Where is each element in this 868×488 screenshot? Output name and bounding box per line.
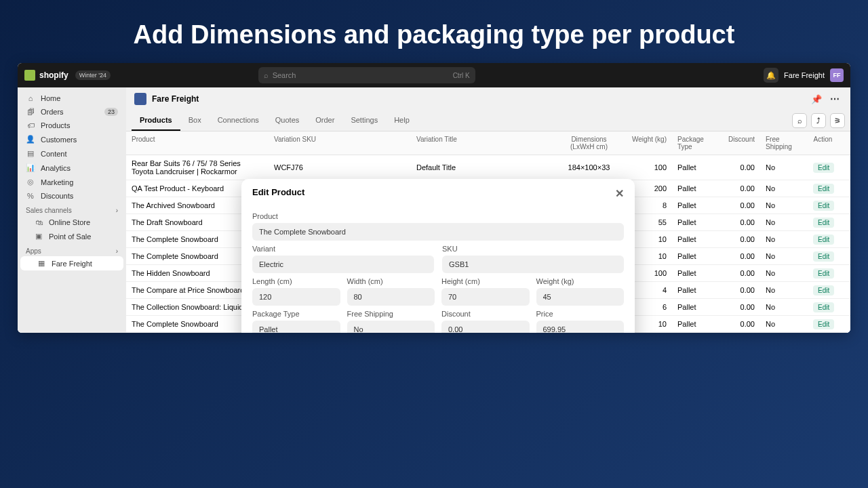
edit-button[interactable]: Edit (813, 302, 834, 312)
edit-button[interactable]: Edit (813, 218, 834, 228)
topbar: shopify Winter '24 ⌕ Search Ctrl K 🔔 Far… (18, 63, 850, 87)
nav-icon: 🗐 (26, 108, 35, 116)
chevron-right-icon[interactable]: › (116, 207, 118, 214)
column-header[interactable]: Variation Title (411, 131, 553, 155)
chevron-right-icon[interactable]: › (116, 247, 118, 255)
tab-products[interactable]: Products (132, 110, 180, 131)
app-fare-freight[interactable]: ▦Fare Freight (20, 256, 123, 270)
sidebar-item-customers[interactable]: 👤Customers (18, 132, 126, 146)
upload-button[interactable]: ⤴ (811, 113, 826, 128)
cell-package-type: Pallet (672, 248, 719, 264)
column-header[interactable]: Discount (719, 131, 760, 155)
cell-discount: 0.00 (719, 197, 760, 214)
apps-header: Apps› (18, 243, 126, 256)
nav-label: Point of Sale (49, 232, 91, 241)
column-header[interactable]: Product (126, 131, 269, 155)
tab-settings[interactable]: Settings (342, 110, 386, 131)
avatar[interactable]: FF (830, 68, 844, 82)
sku-label: SKU (442, 245, 624, 253)
nav-label: Orders (41, 108, 64, 116)
edit-button[interactable]: Edit (813, 163, 834, 173)
sidebar-item-home[interactable]: ⌂Home (18, 92, 126, 105)
cell-package-type: Pallet (672, 180, 719, 197)
weight-input[interactable] (536, 288, 625, 306)
store-name[interactable]: Fare Freight (784, 71, 825, 79)
cell-package-type: Pallet (672, 231, 719, 247)
cell-free-shipping: No (760, 180, 808, 197)
filter-button[interactable]: ⚞ (830, 113, 845, 128)
tab-box[interactable]: Box (180, 110, 210, 131)
nav-label: Discounts (41, 192, 73, 200)
sidebar-item-orders[interactable]: 🗐Orders23 (18, 105, 126, 119)
search-icon: ⌕ (264, 71, 269, 79)
column-header[interactable]: Weight (kg) (625, 131, 672, 155)
variant-label: Variant (252, 245, 434, 253)
pin-icon[interactable]: 📌 (811, 94, 822, 104)
tab-order[interactable]: Order (307, 110, 342, 131)
package-type-select[interactable] (252, 321, 340, 333)
column-header[interactable]: Free Shipping (760, 131, 808, 155)
free-shipping-select[interactable] (347, 321, 435, 333)
column-header[interactable]: Dimensions (LxWxH cm) (553, 131, 625, 155)
discount-label: Discount (441, 310, 530, 318)
app-header: Fare Freight 📌 ⋯ (126, 87, 850, 110)
headline: Add Dimensions and packaging type per pr… (0, 0, 868, 63)
discount-input[interactable] (441, 321, 530, 333)
cell-package-type: Pallet (672, 265, 719, 281)
tab-quotes[interactable]: Quotes (267, 110, 307, 131)
nav-icon: ▤ (26, 149, 35, 158)
nav-label: Home (41, 94, 60, 102)
tab-help[interactable]: Help (386, 110, 418, 131)
product-label: Product (252, 212, 624, 220)
sidebar-item-analytics[interactable]: 📊Analytics (18, 161, 126, 175)
search-input[interactable]: ⌕ Search Ctrl K (258, 67, 475, 83)
edit-button[interactable]: Edit (813, 268, 834, 279)
edit-button[interactable]: Edit (813, 235, 834, 245)
cell-free-shipping: No (760, 299, 808, 315)
table-row: Rear Bar Suits 76 / 75/ 78 Series Toyota… (126, 155, 850, 180)
edit-button[interactable]: Edit (813, 184, 834, 194)
more-icon[interactable]: ⋯ (827, 94, 842, 104)
nav-icon: ▦ (37, 259, 46, 268)
width-input[interactable] (347, 288, 435, 306)
sidebar: ⌂Home🗐Orders23🏷Products👤Customers▤Conten… (18, 87, 126, 333)
nav-label: Fare Freight (52, 260, 92, 268)
cell-free-shipping: No (760, 231, 808, 247)
sidebar-item-marketing[interactable]: ◎Marketing (18, 175, 126, 189)
length-input[interactable] (252, 288, 340, 306)
search-filter-button[interactable]: ⌕ (792, 113, 807, 128)
cell-variation-title: Default Title (411, 159, 553, 176)
bell-icon: 🔔 (766, 71, 776, 80)
channel-point-of-sale[interactable]: ▣Point of Sale (18, 229, 126, 243)
search-shortcut: Ctrl K (453, 72, 470, 79)
channel-online-store[interactable]: 🛍Online Store (18, 216, 126, 229)
edit-button[interactable]: Edit (813, 201, 834, 211)
cell-discount: 0.00 (719, 265, 760, 281)
column-header[interactable]: Package Type (672, 131, 719, 155)
cell-package-type: Pallet (672, 316, 719, 332)
height-input[interactable] (441, 288, 530, 306)
tab-connections[interactable]: Connections (210, 110, 267, 131)
sidebar-item-discounts[interactable]: %Discounts (18, 189, 126, 203)
column-header[interactable]: Action (808, 131, 838, 155)
edit-button[interactable]: Edit (813, 285, 834, 296)
price-input[interactable] (536, 321, 625, 333)
cell-package-type: Pallet (672, 282, 719, 298)
notifications-button[interactable]: 🔔 (764, 68, 778, 83)
cell-free-shipping: No (760, 316, 808, 332)
edit-button[interactable]: Edit (813, 251, 834, 262)
edit-button[interactable]: Edit (813, 319, 834, 329)
cell-package-type: Pallet (672, 159, 719, 176)
cell-free-shipping: No (760, 214, 808, 230)
close-icon[interactable]: ✕ (615, 187, 624, 200)
cell-dimensions: 184×100×33 (553, 159, 625, 176)
sidebar-item-content[interactable]: ▤Content (18, 146, 126, 161)
cell-package-type: Pallet (672, 197, 719, 214)
height-label: Height (cm) (441, 277, 530, 285)
nav-icon: 🛍 (34, 218, 43, 226)
cell-free-shipping: No (760, 265, 808, 281)
search-placeholder: Search (273, 71, 296, 79)
sidebar-item-products[interactable]: 🏷Products (18, 119, 126, 132)
column-header[interactable]: Variation SKU (269, 131, 411, 155)
brand-text: shopify (39, 70, 68, 80)
